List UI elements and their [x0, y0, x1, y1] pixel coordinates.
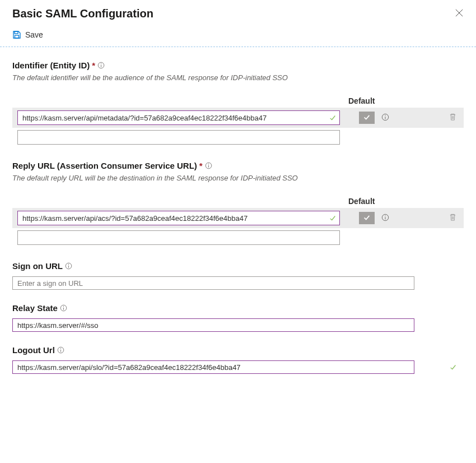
row-info-button[interactable] [381, 214, 389, 223]
info-icon[interactable] [60, 304, 67, 312]
check-icon [363, 214, 371, 223]
info-icon[interactable] [97, 62, 105, 69]
relay-state-field-wrap [12, 318, 464, 332]
sign-on-url-field-wrap [12, 276, 464, 290]
svg-point-14 [208, 164, 209, 164]
identifier-table-header: Default [12, 96, 464, 108]
reply-url-input-wrap [17, 211, 340, 225]
info-icon[interactable] [57, 346, 64, 354]
saml-config-panel: Basic SAML Configuration Save Identifier… [0, 0, 476, 391]
relay-state-section: Relay State [0, 290, 476, 332]
sign-on-url-label: Sign on URL [12, 261, 63, 271]
logout-url-label-row: Logout Url [12, 345, 464, 355]
check-icon [449, 363, 457, 371]
close-icon [455, 9, 463, 18]
logout-url-input[interactable] [12, 360, 414, 374]
reply-url-input[interactable] [17, 211, 340, 225]
sign-on-url-label-row: Sign on URL [12, 261, 464, 271]
check-icon [329, 114, 337, 122]
reply-url-label-row: Reply URL (Assertion Consumer Service UR… [12, 161, 464, 170]
panel-header: Basic SAML Configuration [0, 0, 476, 25]
identifier-section: Identifier (Entity ID) * The default ide… [0, 47, 476, 147]
info-icon[interactable] [65, 262, 72, 270]
check-icon [329, 214, 337, 222]
reply-url-table-header: Default [12, 197, 464, 208]
identifier-input[interactable] [17, 110, 340, 125]
svg-point-25 [63, 306, 64, 307]
identifier-label: Identifier (Entity ID) [12, 61, 90, 70]
info-icon [381, 214, 389, 223]
trash-icon [449, 213, 457, 223]
reply-url-section: Reply URL (Assertion Consumer Service UR… [0, 147, 476, 248]
relay-state-label-row: Relay State [12, 303, 464, 313]
column-default-label: Default [348, 197, 375, 206]
reply-url-row [12, 228, 464, 248]
identifier-input-empty[interactable] [17, 130, 340, 145]
reply-url-helper: The default reply URL will be the destin… [12, 174, 464, 182]
trash-icon [449, 113, 457, 123]
svg-point-22 [68, 264, 69, 265]
save-icon [12, 30, 21, 39]
svg-point-28 [60, 348, 61, 349]
identifier-input-wrap [17, 110, 340, 125]
default-checkbox[interactable] [359, 112, 375, 124]
identifier-label-row: Identifier (Entity ID) * [12, 61, 464, 70]
svg-rect-2 [15, 31, 18, 34]
check-icon [363, 113, 371, 123]
identifier-input-wrap [17, 130, 340, 145]
close-button[interactable] [450, 4, 468, 22]
delete-row-button[interactable] [449, 213, 460, 223]
svg-point-17 [385, 215, 385, 216]
relay-state-input[interactable] [12, 318, 414, 332]
svg-point-9 [385, 115, 385, 115]
logout-url-field-wrap [12, 360, 464, 374]
svg-point-6 [101, 63, 101, 64]
command-bar: Save [0, 25, 476, 47]
logout-url-label: Logout Url [12, 345, 55, 355]
column-default-label: Default [348, 96, 375, 105]
reply-url-row [12, 208, 464, 228]
save-button[interactable]: Save [12, 30, 43, 39]
required-marker: * [199, 161, 203, 170]
reply-url-label: Reply URL (Assertion Consumer Service UR… [12, 161, 197, 170]
info-icon [381, 113, 389, 123]
required-marker: * [92, 61, 95, 70]
relay-state-label: Relay State [12, 303, 58, 313]
sign-on-url-section: Sign on URL [0, 248, 476, 290]
identifier-helper: The default identifier will be the audie… [12, 73, 464, 82]
delete-row-button[interactable] [449, 113, 460, 123]
panel-title: Basic SAML Configuration [12, 7, 153, 20]
sign-on-url-input[interactable] [12, 276, 414, 290]
identifier-row [12, 108, 464, 128]
reply-url-input-empty[interactable] [17, 230, 340, 245]
save-label: Save [25, 30, 43, 39]
reply-url-input-wrap [17, 230, 340, 245]
row-info-button[interactable] [381, 113, 389, 123]
identifier-row [12, 128, 464, 147]
logout-url-section: Logout Url [0, 332, 476, 374]
default-checkbox[interactable] [359, 212, 375, 224]
svg-rect-3 [15, 35, 19, 38]
info-icon[interactable] [205, 162, 212, 169]
